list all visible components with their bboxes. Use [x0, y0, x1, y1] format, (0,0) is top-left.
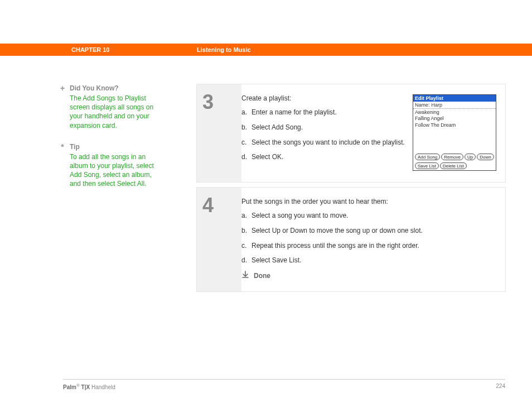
page-footer: Palm® T|X Handheld 224 — [63, 379, 505, 390]
list-item: b.Select Add Song. — [241, 123, 407, 132]
step-list: a.Enter a name for the playlist. b.Selec… — [241, 108, 407, 162]
product-name: Palm® T|X Handheld — [63, 383, 115, 390]
step-list: a.Select a song you want to move. b.Sele… — [241, 211, 496, 265]
up-button[interactable]: Up — [465, 154, 476, 160]
chapter-label: CHAPTER 10 — [71, 46, 197, 53]
plus-icon: + — [57, 84, 67, 93]
done-label: Done — [254, 272, 270, 280]
asterisk-icon: * — [57, 142, 67, 151]
download-arrow-icon — [241, 271, 249, 280]
add-song-button[interactable]: Add Song — [415, 154, 440, 160]
step-intro: Create a playlist: — [241, 94, 407, 102]
device-song: Falling Angel — [415, 116, 494, 122]
save-list-button[interactable]: Save List — [415, 162, 439, 169]
list-item: c.Select the songs you want to include o… — [241, 138, 407, 147]
list-item: d.Select OK. — [241, 152, 407, 162]
list-item: a.Select a song you want to move. — [241, 211, 496, 221]
chapter-header: CHAPTER 10 Listening to Music — [0, 44, 532, 56]
device-song: Follow The Dream — [415, 122, 494, 128]
step-number: 3 — [202, 92, 241, 112]
list-item: a.Enter a name for the playlist. — [241, 108, 407, 117]
list-item: b.Select Up or Down to move the song up … — [241, 226, 496, 236]
step-number: 4 — [202, 195, 241, 215]
main-content: 3 Create a playlist: a.Enter a name for … — [196, 84, 506, 296]
step-intro: Put the songs in the order you want to h… — [241, 198, 496, 205]
device-name-label: Name: — [415, 102, 430, 108]
sidebar: + Did You Know? The Add Songs to Playlis… — [57, 84, 158, 201]
list-item: d.Select Save List. — [241, 256, 496, 265]
device-name-value: Harp — [432, 102, 443, 108]
device-song-list: Awakening Falling Angel Follow The Dream — [413, 109, 496, 152]
list-item: c.Repeat this process until the songs ar… — [241, 241, 496, 251]
device-song: Awakening — [415, 109, 494, 116]
chapter-title: Listening to Music — [197, 46, 251, 53]
note-body: The Add Songs to Playlist screen display… — [70, 94, 158, 130]
did-you-know-note: + Did You Know? The Add Songs to Playlis… — [57, 84, 158, 130]
step-card-3: 3 Create a playlist: a.Enter a name for … — [196, 84, 506, 183]
note-heading: Did You Know? — [70, 84, 119, 92]
note-heading: Tip — [70, 143, 80, 151]
tip-note: * Tip To add all the songs in an album t… — [57, 142, 158, 189]
device-screenshot: Edit Playlist Name: Harp Awakening Falli… — [413, 94, 496, 171]
page-number: 224 — [496, 383, 505, 390]
step-card-4: 4 Put the songs in the order you want to… — [196, 187, 506, 292]
remove-button[interactable]: Remove — [441, 154, 463, 160]
device-title: Edit Playlist — [413, 95, 496, 102]
delete-list-button[interactable]: Delete List — [440, 162, 467, 169]
done-indicator: Done — [241, 271, 496, 280]
note-body: To add all the songs in an album to your… — [70, 152, 158, 189]
down-button[interactable]: Down — [477, 154, 494, 160]
